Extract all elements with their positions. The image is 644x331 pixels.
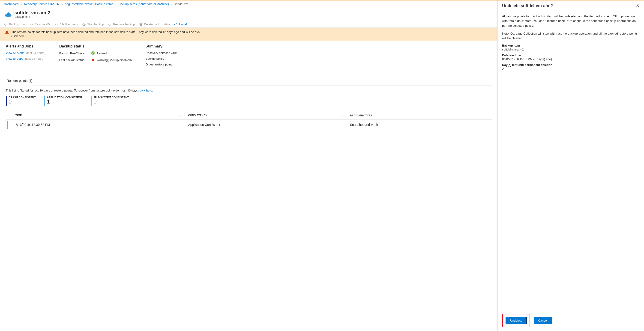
undelete-confirm-button[interactable]: Undelete: [506, 317, 527, 324]
divider: [6, 74, 492, 74]
banner-link[interactable]: Click here.: [11, 34, 26, 38]
file-recovery-label: File Recovery: [60, 22, 78, 26]
panel-header: Undelete softdel-vm-am-2 ✕: [498, 0, 644, 10]
backup-now-button[interactable]: Backup now: [4, 22, 26, 26]
cancel-button[interactable]: Cancel: [534, 317, 552, 324]
col-recovery-type[interactable]: RECOVERY TYPE: [347, 112, 492, 120]
delete-backup-data-button[interactable]: Delete backup data: [139, 22, 170, 26]
lastbackup-label: Last backup status: [59, 58, 89, 62]
breadcrumb-backup-items-azure-vm[interactable]: Backup Items (Azure Virtual Machine): [118, 2, 169, 6]
filter-text: This list is filtered for last 30 days o…: [6, 89, 492, 92]
col-consistency[interactable]: CONSISTENCY↑↓: [185, 112, 347, 120]
svg-line-1: [83, 23, 85, 25]
deletion-time-label: Deletion time: [502, 53, 640, 57]
panel-footer: Undelete Cancel: [498, 310, 644, 331]
svg-rect-2: [7, 31, 7, 33]
alerts-jobs-section: Alerts and Jobs View all Alerts (last 24…: [6, 44, 46, 68]
breadcrumb-dashboard[interactable]: Dashboard: [4, 2, 19, 6]
trash-icon: [139, 22, 142, 26]
undelete-highlight: Undelete: [502, 314, 530, 327]
row-consistency-bar-icon: [7, 121, 8, 129]
summary-oldest: Oldest restore point: [146, 63, 172, 66]
cell-time: 8/13/2019, 12:39:32 PM: [13, 120, 185, 130]
stat-app-value: 1: [47, 99, 82, 105]
undelete-icon: [174, 22, 178, 26]
lastbackup-value: Warning(Backup disabled): [97, 58, 132, 62]
soft-delete-banner: The restore points for this backup item …: [0, 28, 497, 40]
breadcrumb-sep-icon: ›: [21, 2, 22, 6]
tabs-bar: Restore points (1): [6, 76, 492, 85]
restore-points-table: TIME↑↓ CONSISTENCY↑↓ RECOVERY TYPE 8/13/…: [6, 112, 492, 130]
backup-now-icon: [4, 22, 8, 26]
consistency-stats: CRASH CONSISTENT 0 APPLICATION CONSISTEN…: [6, 96, 492, 106]
alerts-timeframe: (last 24 hours): [26, 51, 46, 55]
stat-app-label: APPLICATION CONSISTENT: [47, 96, 82, 99]
breadcrumb-sep-icon: ›: [171, 2, 172, 6]
warning-triangle-icon: [91, 58, 95, 62]
resume-backup-label: Resume backup: [113, 22, 135, 26]
summary-sections: Alerts and Jobs View all Alerts (last 24…: [6, 44, 492, 68]
view-all-alerts-link[interactable]: View all Alerts: [6, 51, 24, 55]
stop-backup-label: Stop backup: [87, 22, 104, 26]
stat-fs-consistent: FILE-SYSTEM CONSISTENT 0: [91, 96, 129, 106]
breadcrumb: Dashboard › Recovery Services BVTD2 › so…: [0, 0, 497, 8]
breadcrumb-sep-icon: ›: [115, 2, 116, 6]
close-icon[interactable]: ✕: [636, 3, 640, 8]
summary-rsv: Recovery services vault: [146, 51, 177, 55]
svg-rect-5: [93, 59, 93, 60]
page-header: softdel-vm-am-2 Backup Item: [0, 8, 497, 21]
stop-backup-button[interactable]: Stop backup: [82, 22, 104, 26]
stat-bar-icon: [91, 96, 92, 106]
backup-status-section: Backup status Backup Pre-Check Passed La…: [59, 44, 132, 68]
delete-backup-data-label: Delete backup data: [144, 22, 170, 26]
stat-bar-icon: [44, 96, 45, 106]
col-time[interactable]: TIME↑↓: [13, 112, 185, 120]
file-recovery-button[interactable]: File Recovery: [54, 22, 78, 26]
stat-app-consistent: APPLICATION CONSISTENT 1: [44, 96, 82, 106]
tab-restore-points[interactable]: Restore points (1): [6, 76, 33, 85]
filter-click-here-link[interactable]: click here.: [139, 89, 153, 92]
stat-fs-value: 0: [94, 99, 129, 105]
undelete-panel: Undelete softdel-vm-am-2 ✕ All restore p…: [497, 0, 644, 331]
check-circle-icon: [91, 51, 95, 55]
stop-icon: [82, 22, 86, 26]
table-row[interactable]: 8/13/2019, 12:39:32 PM Application Consi…: [6, 120, 492, 130]
days-left-label: Day(s) left until permanent deletion: [502, 63, 640, 67]
days-left-value: 2: [502, 67, 640, 70]
content-area: Alerts and Jobs View all Alerts (last 24…: [0, 40, 497, 331]
backup-item-icon: [4, 10, 12, 18]
summary-section: Summary Recovery services vault Backup p…: [146, 44, 177, 68]
stat-crash-label: CRASH CONSISTENT: [8, 96, 36, 99]
command-toolbar: Backup now Restore VM File Recovery Stop…: [0, 21, 497, 28]
panel-body: All restore points for this backup item …: [498, 10, 644, 310]
panel-title: Undelete softdel-vm-am-2: [502, 3, 553, 8]
resume-backup-button[interactable]: Resume backup: [108, 22, 135, 26]
backup-item-value: softdel-vm-am-2: [502, 48, 640, 51]
backup-now-label: Backup now: [9, 22, 26, 26]
cell-recovery-type: Snapshot and Vault: [347, 120, 492, 130]
page-title: softdel-vm-am-2: [14, 10, 50, 15]
restore-vm-button[interactable]: Restore VM: [30, 22, 50, 26]
restore-icon: [30, 22, 33, 26]
panel-description-2: Note: Garbage Collection will start with…: [502, 31, 640, 41]
panel-description-1: All restore points for this backup item …: [502, 14, 640, 28]
stat-fs-label: FILE-SYSTEM CONSISTENT: [94, 96, 129, 99]
view-all-jobs-link[interactable]: View all Jobs: [6, 57, 23, 60]
summary-title: Summary: [146, 44, 177, 48]
undelete-label: Undel: [179, 22, 187, 26]
resume-icon: [108, 22, 112, 26]
app-container: Dashboard › Recovery Services BVTD2 › so…: [0, 0, 644, 331]
banner-msg: The restore points for this backup item …: [11, 30, 200, 34]
undelete-button[interactable]: Undel: [174, 22, 187, 26]
breadcrumb-vault-backup-items[interactable]: sogupsoftdeletevault - Backup items: [65, 2, 113, 6]
backup-status-title: Backup status: [59, 44, 132, 48]
svg-rect-3: [7, 33, 7, 33]
breadcrumb-recovery-services[interactable]: Recovery Services BVTD2: [24, 2, 60, 6]
alerts-jobs-title: Alerts and Jobs: [6, 44, 46, 48]
breadcrumb-current: softdel-vm-…: [174, 2, 192, 6]
main-column: Dashboard › Recovery Services BVTD2 › so…: [0, 0, 497, 331]
precheck-value: Passed: [97, 52, 106, 55]
breadcrumb-sep-icon: ›: [62, 2, 63, 6]
stat-crash-value: 0: [8, 99, 36, 105]
restore-vm-label: Restore VM: [34, 22, 50, 26]
